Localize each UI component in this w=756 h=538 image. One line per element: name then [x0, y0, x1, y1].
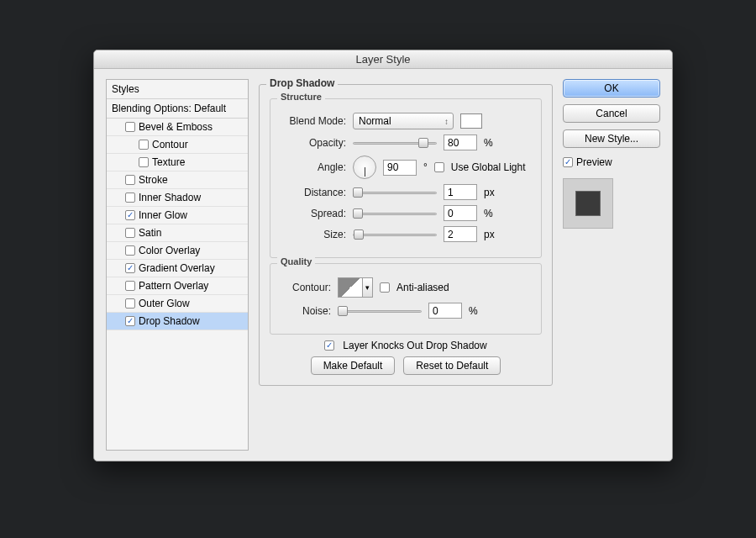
styles-header[interactable]: Styles: [107, 80, 248, 99]
style-item-label: Gradient Overlay: [139, 262, 215, 274]
ok-button[interactable]: OK: [563, 79, 660, 98]
style-checkbox[interactable]: [125, 298, 135, 309]
style-item-label: Inner Glow: [139, 209, 187, 221]
spread-slider[interactable]: [353, 208, 437, 219]
contour-picker[interactable]: ▾: [338, 277, 373, 298]
style-checkbox[interactable]: [139, 140, 149, 150]
knockout-checkbox[interactable]: [324, 340, 334, 351]
style-checkbox[interactable]: [125, 210, 135, 220]
style-checkbox[interactable]: [125, 281, 135, 291]
style-item-inner-glow[interactable]: Inner Glow: [107, 207, 248, 224]
noise-suffix: %: [469, 305, 478, 317]
style-item-outer-glow[interactable]: Outer Glow: [107, 295, 248, 313]
quality-legend: Quality: [277, 256, 315, 266]
chevron-down-icon[interactable]: ▾: [363, 277, 373, 298]
size-input[interactable]: [444, 226, 477, 242]
effect-title: Drop Shadow: [266, 77, 338, 89]
opacity-input[interactable]: [444, 134, 477, 150]
style-checkbox[interactable]: [125, 316, 135, 326]
dialog-buttons: OK Cancel New Style... Preview: [563, 79, 660, 451]
angle-input[interactable]: [383, 160, 417, 176]
style-item-stroke[interactable]: Stroke: [107, 171, 248, 189]
distance-slider[interactable]: [353, 187, 437, 198]
angle-label: Angle:: [281, 161, 346, 173]
anti-aliased-checkbox[interactable]: [380, 282, 390, 293]
opacity-label: Opacity:: [281, 137, 346, 149]
style-checkbox[interactable]: [125, 175, 135, 185]
style-item-label: Inner Shadow: [139, 192, 201, 203]
distance-suffix: px: [484, 187, 495, 198]
noise-input[interactable]: [428, 303, 462, 319]
new-style-button[interactable]: New Style...: [563, 129, 660, 148]
angle-suffix: °: [423, 161, 428, 173]
structure-group: Structure Blend Mode: Normal Opacity: % …: [270, 98, 542, 258]
styles-list: Bevel & EmbossContourTextureStrokeInner …: [107, 119, 248, 450]
cancel-button[interactable]: Cancel: [563, 104, 660, 123]
style-item-gradient-overlay[interactable]: Gradient Overlay: [107, 260, 248, 277]
shadow-color-swatch[interactable]: [460, 113, 482, 129]
preview-checkbox[interactable]: [563, 157, 573, 167]
style-item-label: Contour: [152, 139, 188, 150]
knockout-label: Layer Knocks Out Drop Shadow: [343, 340, 486, 351]
spread-input[interactable]: [444, 205, 477, 221]
style-checkbox[interactable]: [125, 228, 135, 238]
style-item-contour[interactable]: Contour: [107, 136, 248, 154]
noise-label: Noise:: [281, 305, 331, 317]
preview-thumbnail: [563, 178, 613, 229]
make-default-button[interactable]: Make Default: [311, 356, 396, 375]
style-checkbox[interactable]: [139, 157, 149, 167]
style-item-label: Outer Glow: [139, 298, 190, 309]
style-item-texture[interactable]: Texture: [107, 154, 248, 171]
contour-label: Contour:: [281, 282, 331, 293]
style-item-label: Pattern Overlay: [139, 280, 208, 292]
style-item-bevel-emboss[interactable]: Bevel & Emboss: [107, 119, 248, 136]
styles-sidebar: Styles Blending Options: Default Bevel &…: [106, 79, 249, 451]
quality-group: Quality Contour: ▾ Anti-aliased Noise:: [270, 263, 542, 335]
distance-input[interactable]: [444, 184, 477, 200]
spread-label: Spread:: [281, 208, 346, 219]
anti-aliased-label: Anti-aliased: [396, 282, 449, 293]
opacity-suffix: %: [484, 137, 493, 149]
style-item-label: Bevel & Emboss: [139, 121, 213, 133]
noise-slider[interactable]: [338, 305, 422, 317]
style-item-drop-shadow[interactable]: Drop Shadow: [107, 313, 248, 330]
style-item-label: Drop Shadow: [139, 315, 200, 327]
structure-legend: Structure: [277, 92, 325, 102]
spread-suffix: %: [484, 208, 493, 219]
style-checkbox[interactable]: [125, 122, 135, 132]
size-suffix: px: [484, 229, 495, 240]
size-slider[interactable]: [353, 229, 437, 240]
opacity-slider[interactable]: [353, 137, 437, 149]
style-item-inner-shadow[interactable]: Inner Shadow: [107, 189, 248, 207]
style-item-pattern-overlay[interactable]: Pattern Overlay: [107, 277, 248, 295]
preview-swatch: [575, 191, 601, 216]
style-checkbox[interactable]: [125, 245, 135, 256]
layer-style-dialog: Layer Style Styles Blending Options: Def…: [93, 50, 673, 462]
window-title: Layer Style: [94, 50, 672, 69]
drop-shadow-group: Drop Shadow Structure Blend Mode: Normal…: [259, 84, 553, 386]
style-item-satin[interactable]: Satin: [107, 224, 248, 242]
style-checkbox[interactable]: [125, 263, 135, 273]
angle-dial[interactable]: [353, 156, 376, 179]
reset-default-button[interactable]: Reset to Default: [403, 356, 501, 375]
blend-mode-label: Blend Mode:: [281, 115, 346, 127]
use-global-light-label: Use Global Light: [451, 161, 526, 173]
style-item-color-overlay[interactable]: Color Overlay: [107, 242, 248, 260]
blending-options-header[interactable]: Blending Options: Default: [107, 99, 248, 119]
use-global-light-checkbox[interactable]: [434, 162, 444, 172]
dialog-content: Styles Blending Options: Default Bevel &…: [94, 69, 672, 461]
blend-mode-select[interactable]: Normal: [353, 113, 454, 129]
distance-label: Distance:: [281, 187, 346, 198]
effect-panel: Drop Shadow Structure Blend Mode: Normal…: [259, 79, 553, 451]
size-label: Size:: [281, 229, 346, 240]
style-checkbox[interactable]: [125, 193, 135, 203]
preview-label: Preview: [576, 156, 612, 168]
style-item-label: Texture: [152, 156, 185, 168]
style-item-label: Color Overlay: [139, 245, 200, 256]
contour-thumbnail: [338, 277, 363, 298]
style-item-label: Satin: [139, 227, 161, 239]
style-item-label: Stroke: [139, 174, 168, 186]
